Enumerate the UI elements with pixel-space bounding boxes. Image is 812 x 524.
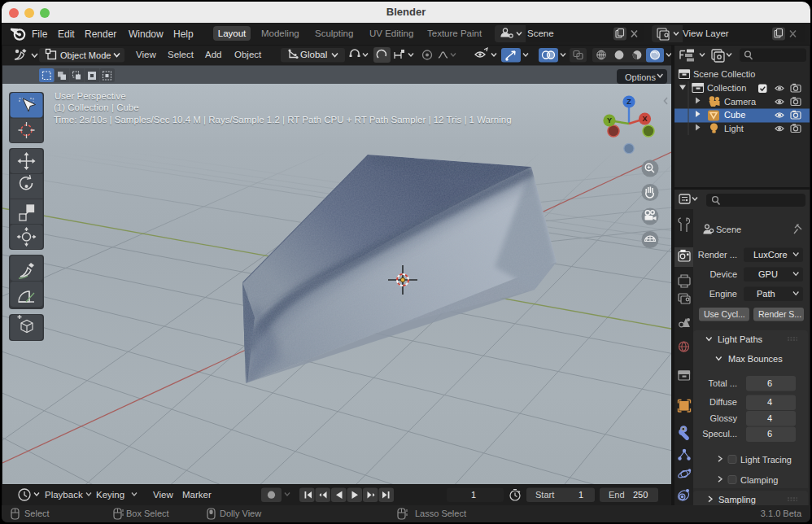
- svg-text:Z: Z: [626, 98, 631, 106]
- svg-text:Y: Y: [607, 116, 612, 124]
- svg-text:X: X: [642, 115, 647, 123]
